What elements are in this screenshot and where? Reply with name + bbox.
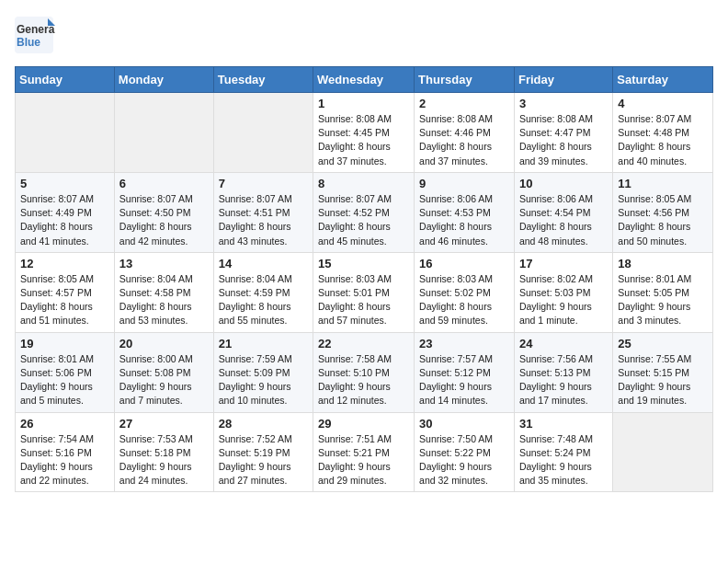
calendar-cell: 2Sunrise: 8:08 AM Sunset: 4:46 PM Daylig… — [415, 93, 515, 173]
calendar-cell: 21Sunrise: 7:59 AM Sunset: 5:09 PM Dayli… — [213, 332, 313, 412]
calendar-table: SundayMondayTuesdayWednesdayThursdayFrid… — [15, 66, 713, 492]
day-number: 28 — [219, 417, 308, 431]
day-info: Sunrise: 8:08 AM Sunset: 4:47 PM Dayligh… — [519, 112, 608, 168]
day-number: 29 — [318, 417, 409, 431]
calendar-cell: 28Sunrise: 7:52 AM Sunset: 5:19 PM Dayli… — [213, 412, 313, 492]
week-row-2: 5Sunrise: 8:07 AM Sunset: 4:49 PM Daylig… — [16, 172, 713, 252]
calendar-cell: 29Sunrise: 7:51 AM Sunset: 5:21 PM Dayli… — [313, 412, 415, 492]
day-info: Sunrise: 7:53 AM Sunset: 5:18 PM Dayligh… — [119, 432, 209, 488]
day-info: Sunrise: 8:08 AM Sunset: 4:45 PM Dayligh… — [318, 112, 409, 168]
calendar-cell: 13Sunrise: 8:04 AM Sunset: 4:58 PM Dayli… — [114, 252, 213, 332]
calendar-cell: 11Sunrise: 8:05 AM Sunset: 4:56 PM Dayli… — [613, 172, 713, 252]
day-number: 26 — [20, 417, 109, 431]
day-number: 19 — [20, 337, 109, 350]
day-number: 30 — [419, 417, 509, 431]
calendar-cell: 25Sunrise: 7:55 AM Sunset: 5:15 PM Dayli… — [613, 332, 713, 412]
day-number: 18 — [618, 257, 708, 270]
day-number: 5 — [20, 177, 109, 190]
day-number: 21 — [219, 337, 308, 350]
week-row-5: 26Sunrise: 7:54 AM Sunset: 5:16 PM Dayli… — [16, 412, 713, 492]
day-info: Sunrise: 7:52 AM Sunset: 5:19 PM Dayligh… — [219, 432, 308, 488]
calendar-cell: 10Sunrise: 8:06 AM Sunset: 4:54 PM Dayli… — [514, 172, 612, 252]
day-info: Sunrise: 8:08 AM Sunset: 4:46 PM Dayligh… — [419, 112, 509, 168]
calendar-cell — [114, 93, 213, 173]
calendar-cell: 23Sunrise: 7:57 AM Sunset: 5:12 PM Dayli… — [415, 332, 515, 412]
calendar-cell: 18Sunrise: 8:01 AM Sunset: 5:05 PM Dayli… — [613, 252, 713, 332]
day-number: 11 — [618, 177, 708, 190]
calendar-cell: 16Sunrise: 8:03 AM Sunset: 5:02 PM Dayli… — [415, 252, 515, 332]
day-number: 23 — [419, 337, 509, 350]
day-number: 27 — [119, 417, 209, 431]
calendar-cell: 12Sunrise: 8:05 AM Sunset: 4:57 PM Dayli… — [16, 252, 115, 332]
logo: General Blue — [15, 15, 55, 55]
week-row-4: 19Sunrise: 8:01 AM Sunset: 5:06 PM Dayli… — [16, 332, 713, 412]
day-number: 6 — [119, 177, 209, 190]
day-info: Sunrise: 8:07 AM Sunset: 4:49 PM Dayligh… — [20, 192, 109, 248]
calendar-cell: 27Sunrise: 7:53 AM Sunset: 5:18 PM Dayli… — [114, 412, 213, 492]
day-info: Sunrise: 8:03 AM Sunset: 5:01 PM Dayligh… — [318, 272, 409, 328]
day-info: Sunrise: 8:02 AM Sunset: 5:03 PM Dayligh… — [519, 272, 608, 328]
calendar-cell: 1Sunrise: 8:08 AM Sunset: 4:45 PM Daylig… — [313, 93, 415, 173]
day-info: Sunrise: 8:04 AM Sunset: 4:58 PM Dayligh… — [119, 272, 209, 328]
day-number: 4 — [618, 97, 708, 110]
day-info: Sunrise: 7:56 AM Sunset: 5:13 PM Dayligh… — [519, 352, 608, 408]
svg-text:Blue: Blue — [17, 36, 40, 49]
calendar-cell — [16, 93, 115, 173]
day-number: 22 — [318, 337, 409, 350]
day-number: 16 — [419, 257, 509, 270]
day-info: Sunrise: 7:59 AM Sunset: 5:09 PM Dayligh… — [219, 352, 308, 408]
weekday-header-sunday: Sunday — [16, 67, 115, 93]
day-number: 14 — [219, 257, 308, 270]
day-info: Sunrise: 8:01 AM Sunset: 5:06 PM Dayligh… — [20, 352, 109, 408]
day-info: Sunrise: 7:54 AM Sunset: 5:16 PM Dayligh… — [20, 432, 109, 488]
day-info: Sunrise: 8:01 AM Sunset: 5:05 PM Dayligh… — [618, 272, 708, 328]
day-info: Sunrise: 7:50 AM Sunset: 5:22 PM Dayligh… — [419, 432, 509, 488]
weekday-header-thursday: Thursday — [415, 67, 515, 93]
day-number: 10 — [519, 177, 608, 190]
day-info: Sunrise: 7:57 AM Sunset: 5:12 PM Dayligh… — [419, 352, 509, 408]
day-info: Sunrise: 8:05 AM Sunset: 4:57 PM Dayligh… — [20, 272, 109, 328]
weekday-header-tuesday: Tuesday — [213, 67, 313, 93]
calendar-cell: 7Sunrise: 8:07 AM Sunset: 4:51 PM Daylig… — [213, 172, 313, 252]
calendar-cell: 14Sunrise: 8:04 AM Sunset: 4:59 PM Dayli… — [213, 252, 313, 332]
calendar-cell: 17Sunrise: 8:02 AM Sunset: 5:03 PM Dayli… — [514, 252, 612, 332]
calendar-cell: 24Sunrise: 7:56 AM Sunset: 5:13 PM Dayli… — [514, 332, 612, 412]
day-info: Sunrise: 7:48 AM Sunset: 5:24 PM Dayligh… — [519, 432, 608, 488]
day-info: Sunrise: 8:07 AM Sunset: 4:51 PM Dayligh… — [219, 192, 308, 248]
calendar-cell: 6Sunrise: 8:07 AM Sunset: 4:50 PM Daylig… — [114, 172, 213, 252]
calendar-cell — [613, 412, 713, 492]
calendar-cell: 30Sunrise: 7:50 AM Sunset: 5:22 PM Dayli… — [415, 412, 515, 492]
weekday-header-row: SundayMondayTuesdayWednesdayThursdayFrid… — [16, 67, 713, 93]
day-info: Sunrise: 7:55 AM Sunset: 5:15 PM Dayligh… — [618, 352, 708, 408]
calendar-cell: 19Sunrise: 8:01 AM Sunset: 5:06 PM Dayli… — [16, 332, 115, 412]
day-info: Sunrise: 8:07 AM Sunset: 4:48 PM Dayligh… — [618, 112, 708, 168]
calendar-cell: 20Sunrise: 8:00 AM Sunset: 5:08 PM Dayli… — [114, 332, 213, 412]
weekday-header-saturday: Saturday — [613, 67, 713, 93]
day-number: 17 — [519, 257, 608, 270]
day-number: 15 — [318, 257, 409, 270]
day-number: 24 — [519, 337, 608, 350]
calendar-cell: 5Sunrise: 8:07 AM Sunset: 4:49 PM Daylig… — [16, 172, 115, 252]
calendar-cell: 15Sunrise: 8:03 AM Sunset: 5:01 PM Dayli… — [313, 252, 415, 332]
day-info: Sunrise: 8:04 AM Sunset: 4:59 PM Dayligh… — [219, 272, 308, 328]
day-number: 1 — [318, 97, 409, 110]
day-info: Sunrise: 8:06 AM Sunset: 4:54 PM Dayligh… — [519, 192, 608, 248]
day-number: 8 — [318, 177, 409, 190]
day-info: Sunrise: 8:07 AM Sunset: 4:52 PM Dayligh… — [318, 192, 409, 248]
week-row-1: 1Sunrise: 8:08 AM Sunset: 4:45 PM Daylig… — [16, 93, 713, 173]
day-info: Sunrise: 8:06 AM Sunset: 4:53 PM Dayligh… — [419, 192, 509, 248]
day-info: Sunrise: 7:58 AM Sunset: 5:10 PM Dayligh… — [318, 352, 409, 408]
calendar-cell: 22Sunrise: 7:58 AM Sunset: 5:10 PM Dayli… — [313, 332, 415, 412]
logo-svg: General Blue — [15, 15, 55, 55]
day-number: 9 — [419, 177, 509, 190]
day-number: 13 — [119, 257, 209, 270]
weekday-header-wednesday: Wednesday — [313, 67, 415, 93]
calendar-cell: 4Sunrise: 8:07 AM Sunset: 4:48 PM Daylig… — [613, 93, 713, 173]
day-info: Sunrise: 8:00 AM Sunset: 5:08 PM Dayligh… — [119, 352, 209, 408]
calendar-cell: 31Sunrise: 7:48 AM Sunset: 5:24 PM Dayli… — [514, 412, 612, 492]
weekday-header-monday: Monday — [114, 67, 213, 93]
day-info: Sunrise: 7:51 AM Sunset: 5:21 PM Dayligh… — [318, 432, 409, 488]
day-number: 3 — [519, 97, 608, 110]
day-number: 25 — [618, 337, 708, 350]
day-number: 31 — [519, 417, 608, 431]
